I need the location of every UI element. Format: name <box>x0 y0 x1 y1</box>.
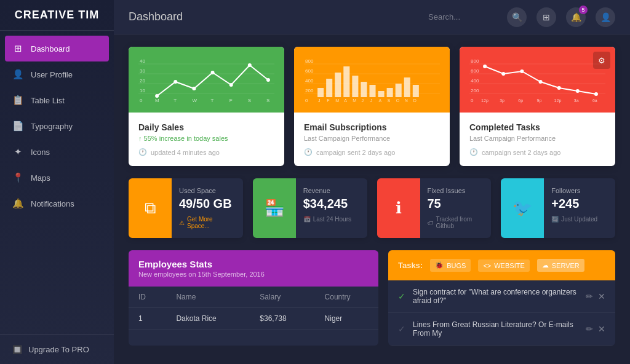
tab-server[interactable]: ☁ SERVER <box>537 259 584 272</box>
upgrade-icon: 🔲 <box>12 345 22 354</box>
main-content: Dashboard 🔍 ⊞ 🔔 5 👤 <box>114 0 630 364</box>
followers-footer-text: Just Updated <box>561 216 597 223</box>
used-space-card: ⧉ Used Space 49/50 GB ⚠ Get More Space..… <box>129 178 243 238</box>
used-space-info: Used Space 49/50 GB ⚠ Get More Space... <box>172 178 243 238</box>
tab-website[interactable]: <> WEBSITE <box>478 259 529 272</box>
tasks-meta: 🕐 campaign sent 2 days ago <box>469 148 605 156</box>
svg-text:M: M <box>155 98 159 103</box>
email-subscriptions-card: 800 600 400 200 0 <box>294 47 450 166</box>
fixed-issues-label: Fixed Issues <box>428 187 484 194</box>
task-check-icon-1: ✓ <box>398 291 405 301</box>
tasks-card: Tasks: 🐞 BUGS <> WEBSITE ☁ SERVER <box>388 250 615 346</box>
used-space-footer-text[interactable]: Get More Space... <box>187 216 236 229</box>
svg-text:T: T <box>173 98 177 103</box>
revenue-icon-box: 🏪 <box>253 178 296 238</box>
bottom-row: Employees Stats New employees on 15th Se… <box>129 250 615 346</box>
store-icon: 🏪 <box>265 199 284 218</box>
svg-rect-34 <box>335 73 341 97</box>
svg-text:A: A <box>344 98 347 103</box>
svg-rect-35 <box>343 66 349 97</box>
tab-bugs[interactable]: 🐞 BUGS <box>430 259 471 272</box>
fixed-issues-value: 75 <box>428 197 484 211</box>
svg-text:J: J <box>370 98 372 103</box>
tasks-subtitle: Last Campaign Performance <box>469 135 605 142</box>
brand-name: CREATIVE TIM <box>10 9 104 22</box>
followers-card: 🐦 Followers +245 🔄 Just Updated <box>501 178 615 238</box>
delete-icon-1[interactable]: ✕ <box>598 291 605 301</box>
topbar: Dashboard 🔍 ⊞ 🔔 5 👤 <box>114 0 630 34</box>
sidebar-item-icons[interactable]: ✦ Icons <box>0 139 114 165</box>
sidebar-item-label: Icons <box>31 148 50 157</box>
employees-header: Employees Stats New employees on 15th Se… <box>129 250 378 287</box>
table-row: 1 Dakota Rice $36,738 Niger <box>129 308 378 330</box>
gear-icon: ⚙ <box>598 56 605 65</box>
tasks-header: Tasks: 🐞 BUGS <> WEBSITE ☁ SERVER <box>388 250 615 280</box>
sidebar-item-table-list[interactable]: 📋 Table List <box>0 87 114 113</box>
revenue-footer: 📅 Last 24 Hours <box>303 216 360 223</box>
upgrade-button[interactable]: 🔲 Upgrade To PRO <box>0 334 114 364</box>
svg-text:9p: 9p <box>536 98 541 103</box>
email-meta: 🕐 campaign sent 2 days ago <box>304 148 440 156</box>
email-chart-header: 800 600 400 200 0 <box>294 47 450 113</box>
used-space-icon-box: ⧉ <box>129 178 172 238</box>
svg-point-14 <box>248 63 252 67</box>
notifications-button[interactable]: 🔔 5 <box>566 7 586 27</box>
employees-subtitle: New employees on 15th September, 2016 <box>138 271 369 278</box>
account-icon: 👤 <box>600 12 611 22</box>
cell-id: 1 <box>129 308 166 330</box>
followers-info: Followers +245 🔄 Just Updated <box>544 178 615 238</box>
sidebar-item-typography[interactable]: 📄 Typography <box>0 113 114 139</box>
svg-text:6a: 6a <box>592 98 597 103</box>
svg-text:M: M <box>335 98 339 103</box>
website-label: WEBSITE <box>494 262 525 269</box>
search-input[interactable] <box>428 12 502 22</box>
svg-point-10 <box>173 80 177 84</box>
search-button[interactable]: 🔍 <box>507 7 527 27</box>
svg-text:D: D <box>413 98 417 103</box>
bugs-label: BUGS <box>447 262 466 269</box>
col-country: Country <box>315 287 378 308</box>
daily-sales-title: Daily Sales <box>138 122 274 132</box>
sidebar-item-dashboard[interactable]: ⊞ Dashboard <box>5 36 109 61</box>
edit-icon-2[interactable]: ✏ <box>586 324 593 334</box>
employees-title: Employees Stats <box>138 259 369 269</box>
svg-text:A: A <box>379 98 382 103</box>
edit-icon-1[interactable]: ✏ <box>586 291 593 301</box>
sidebar-item-maps[interactable]: 📍 Maps <box>0 165 114 191</box>
svg-text:J: J <box>318 98 321 103</box>
svg-point-70 <box>576 89 580 93</box>
svg-rect-33 <box>326 79 332 97</box>
task-item-2: ✓ Lines From Great Russian Literature? O… <box>388 313 615 346</box>
sidebar-item-user-profile[interactable]: 👤 User Profile <box>0 61 114 87</box>
svg-text:N: N <box>405 98 408 103</box>
svg-text:O: O <box>396 98 400 103</box>
clock-icon-2: 🕐 <box>304 148 313 156</box>
used-space-label: Used Space <box>179 187 236 194</box>
svg-text:200: 200 <box>305 88 314 93</box>
revenue-footer-text: Last 24 Hours <box>313 216 351 223</box>
daily-sales-chart-header: 40 30 20 10 0 <box>129 47 284 113</box>
revenue-value: $34,245 <box>303 197 360 211</box>
followers-label: Followers <box>551 187 608 194</box>
svg-text:30: 30 <box>140 68 145 74</box>
sidebar-item-label: Notifications <box>31 199 74 208</box>
email-subtitle: Last Campaign Performance <box>304 135 440 142</box>
settings-button[interactable]: ⚙ <box>593 52 610 69</box>
upgrade-label: Upgrade To PRO <box>28 345 89 354</box>
col-salary: Salary <box>250 287 314 308</box>
warning-icon: ⚠ <box>179 220 185 226</box>
delete-icon-2[interactable]: ✕ <box>598 324 605 334</box>
col-name: Name <box>166 287 250 308</box>
info-icon: ℹ <box>396 199 402 218</box>
account-button[interactable]: 👤 <box>596 7 615 27</box>
daily-sales-chart: 40 30 20 10 0 <box>138 54 274 103</box>
svg-text:800: 800 <box>471 58 479 64</box>
notifications-icon: 🔔 <box>12 198 23 209</box>
sidebar-item-notifications[interactable]: 🔔 Notifications <box>0 191 114 216</box>
grid-button[interactable]: ⊞ <box>536 7 556 27</box>
followers-icon-box: 🐦 <box>501 178 544 238</box>
svg-rect-39 <box>378 91 385 97</box>
tasks-chart-header: ⚙ 800 600 400 200 0 <box>460 47 615 113</box>
fixed-issues-icon-box: ℹ <box>377 178 420 238</box>
svg-text:12p: 12p <box>554 98 562 103</box>
